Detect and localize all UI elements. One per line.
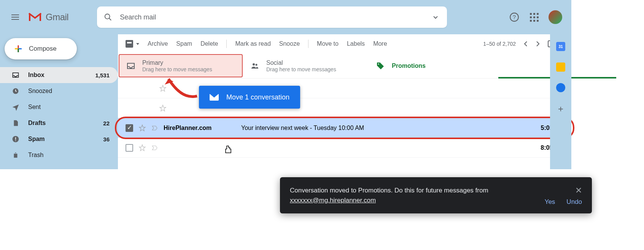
annotation-arrow — [163, 73, 201, 104]
email-row[interactable]: 8:05 AM — [118, 138, 571, 158]
svg-point-14 — [253, 63, 255, 66]
svg-line-1 — [109, 18, 111, 21]
importance-marker-icon[interactable] — [151, 125, 158, 131]
clock-icon — [11, 87, 20, 95]
svg-point-15 — [256, 64, 258, 66]
more-button[interactable]: More — [373, 40, 387, 47]
gmail-logo[interactable]: Gmail — [28, 12, 68, 22]
row-checkbox[interactable] — [126, 124, 133, 132]
nav-label: Trash — [28, 152, 110, 159]
nav-label: Sent — [28, 104, 110, 111]
envelope-icon — [210, 94, 219, 101]
search-options-icon[interactable] — [431, 13, 440, 22]
file-icon — [11, 119, 20, 127]
toolbar: Archive Spam Delete Mark as read Snooze … — [118, 34, 571, 53]
get-addons-button[interactable]: + — [558, 104, 563, 114]
select-all-checkbox[interactable] — [126, 40, 133, 48]
compose-label: Compose — [29, 45, 57, 53]
apps-button[interactable] — [529, 12, 539, 22]
tab-title: Promotions — [392, 62, 426, 69]
hamburger-icon — [11, 17, 19, 18]
send-icon — [11, 103, 20, 111]
prev-page-button[interactable] — [523, 40, 528, 47]
search-icon — [104, 13, 112, 21]
help-icon: ? — [509, 12, 519, 22]
delete-button[interactable]: Delete — [200, 40, 218, 47]
gmail-wordmark: Gmail — [46, 12, 68, 22]
email-subject: Your interview next week - Tuesday 10:00… — [241, 125, 536, 131]
nav-label: Drafts — [28, 120, 95, 127]
importance-marker-icon[interactable] — [151, 144, 158, 151]
row-checkbox[interactable] — [126, 144, 133, 152]
main-menu-button[interactable] — [6, 8, 24, 26]
side-panel: 31 + — [550, 34, 571, 169]
archive-button[interactable]: Archive — [148, 40, 168, 47]
calendar-day: 31 — [558, 45, 563, 49]
trash-icon — [11, 151, 20, 159]
svg-point-16 — [378, 63, 379, 64]
sidebar-item-snoozed[interactable]: Snoozed — [0, 83, 118, 99]
compose-button[interactable]: Compose — [5, 38, 77, 59]
move-to-button[interactable]: Move to — [317, 40, 339, 47]
tab-subtitle: Drag here to move messages — [142, 66, 212, 72]
sidebar: Compose Inbox 1,531 Snoozed Sent Drafts … — [0, 34, 118, 169]
select-dropdown-icon[interactable] — [136, 43, 139, 45]
tab-promotions[interactable]: Promotions — [369, 53, 495, 78]
pager-text: 1–50 of 2,702 — [483, 41, 516, 47]
tab-title: Primary — [142, 59, 212, 66]
tab-subtitle: Drag here to move messages — [266, 66, 336, 72]
star-icon[interactable] — [138, 124, 146, 132]
calendar-addon[interactable]: 31 — [556, 42, 565, 51]
sidebar-item-drafts[interactable]: Drafts 22 — [0, 115, 118, 131]
inbox-icon — [11, 71, 20, 79]
labels-button[interactable]: Labels — [347, 40, 365, 47]
mark-read-button[interactable]: Mark as read — [235, 40, 270, 47]
plus-icon — [14, 44, 23, 53]
keep-addon[interactable] — [556, 62, 565, 72]
header: Gmail ? — [0, 0, 571, 34]
cursor-icon — [224, 145, 233, 155]
support-button[interactable]: ? — [509, 12, 520, 22]
people-icon — [250, 61, 259, 71]
nav-count: 1,531 — [95, 72, 110, 79]
search-input[interactable] — [120, 13, 431, 21]
svg-rect-11 — [15, 137, 16, 140]
apps-grid-icon — [530, 13, 539, 22]
toast-email: xxxxxxx@mg.hireplanner.com — [290, 197, 376, 204]
nav-label: Inbox — [28, 72, 87, 79]
tab-title: Social — [266, 59, 336, 66]
next-page-button[interactable] — [536, 40, 540, 47]
sidebar-item-spam[interactable]: Spam 36 — [0, 131, 118, 147]
spam-button[interactable]: Spam — [176, 40, 192, 47]
star-icon[interactable] — [138, 144, 146, 152]
nav-label: Spam — [28, 136, 95, 143]
sidebar-item-inbox[interactable]: Inbox 1,531 — [0, 67, 118, 83]
divider — [226, 40, 227, 48]
drag-tooltip-text: Move 1 conversation — [226, 93, 289, 101]
nav-count: 36 — [103, 136, 110, 143]
snooze-button[interactable]: Snooze — [279, 40, 300, 47]
snackbar: Conversation moved to Promotions. Do thi… — [280, 177, 592, 213]
toast-yes-button[interactable]: Yes — [545, 198, 555, 206]
tab-social[interactable]: Social Drag here to move messages — [243, 53, 369, 78]
svg-text:?: ? — [513, 14, 516, 20]
search-bar[interactable] — [97, 6, 447, 28]
tasks-addon[interactable] — [556, 83, 565, 92]
svg-point-0 — [105, 14, 110, 19]
email-row-selected[interactable]: HirePlanner.com Your interview next week… — [118, 118, 571, 138]
sidebar-item-sent[interactable]: Sent — [0, 99, 118, 115]
star-icon[interactable] — [159, 104, 167, 112]
drag-tooltip: Move 1 conversation — [199, 86, 300, 109]
email-sender: HirePlanner.com — [164, 125, 228, 131]
tag-icon — [376, 61, 385, 71]
svg-rect-12 — [15, 140, 16, 141]
toast-undo-button[interactable]: Undo — [566, 198, 582, 206]
divider — [308, 40, 308, 48]
alert-icon — [11, 135, 20, 143]
toast-message: Conversation moved to Promotions. Do thi… — [290, 187, 488, 194]
sidebar-item-trash[interactable]: Trash — [0, 147, 118, 163]
account-avatar[interactable] — [549, 10, 562, 24]
nav-label: Snoozed — [28, 88, 110, 95]
gmail-m-icon — [28, 12, 42, 22]
toast-close-button[interactable]: ✕ — [575, 186, 582, 196]
